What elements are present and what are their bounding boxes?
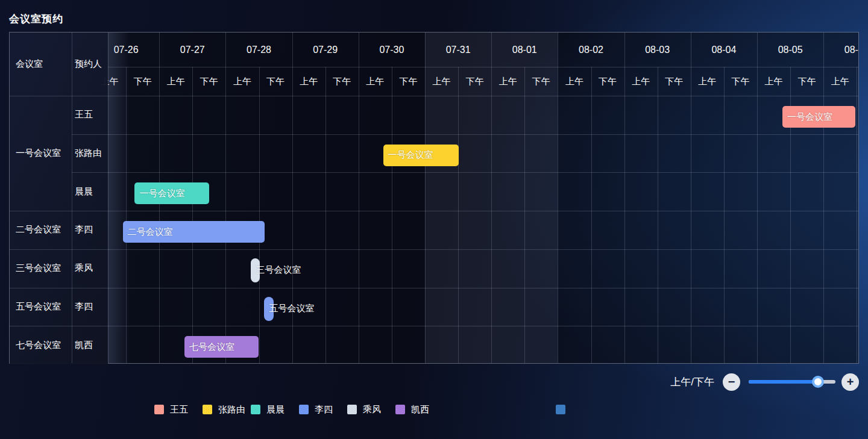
legend-item[interactable] [556, 400, 571, 419]
reservation-bar[interactable]: 五号会议室 [264, 297, 273, 321]
grid-line-halfday-boundary [259, 67, 260, 363]
reservation-bar-label: 一号会议室 [139, 182, 184, 204]
grid-line-halfday-boundary [591, 67, 592, 363]
halfday-header-cell: 上午 [624, 67, 658, 96]
zoom-slider-handle[interactable] [812, 376, 824, 388]
legend-item[interactable]: 凯西 [395, 400, 429, 419]
halfday-header-cell: 下午 [192, 67, 225, 96]
reserver-cell: 乘风 [75, 249, 108, 288]
zoom-in-button[interactable]: + [841, 373, 859, 391]
halfday-header-cell: 下午 [392, 67, 425, 96]
legend-swatch [251, 405, 260, 414]
halfday-header-cell: 上午 [159, 67, 192, 96]
halfday-header-cell: 上午 [757, 67, 790, 96]
grid-line-halfday-boundary [192, 67, 193, 363]
reservation-gantt-chart: 07-26上午下午07-27上午下午07-28上午下午07-29上午下午07-3… [9, 32, 859, 364]
halfday-header-cell: 下午 [326, 67, 359, 96]
legend-label: 张路由 [218, 404, 245, 416]
legend-swatch [347, 405, 357, 414]
legend: 王五张路由晨晨李四乘风凯西 [0, 400, 868, 419]
halfday-header-cell: 下午 [790, 67, 823, 96]
zoom-slider-track[interactable] [749, 380, 835, 384]
legend-swatch [299, 405, 309, 414]
legend-label: 乘风 [363, 404, 381, 416]
legend-item[interactable]: 乘风 [347, 400, 381, 419]
room-cell: 二号会议室 [16, 211, 72, 249]
date-header-cell: 08-01 [491, 33, 558, 67]
legend-label: 晨晨 [266, 404, 285, 416]
reservation-bar-label: 一号会议室 [787, 106, 832, 128]
date-header-cell: 08-05 [757, 33, 823, 67]
grid-line-halfday-boundary [658, 67, 658, 363]
reserver-cell: 李四 [75, 288, 108, 326]
reservation-bar-label: 三号会议室 [256, 258, 301, 282]
room-cell: 七号会议室 [16, 326, 72, 364]
reserver-cell: 张路由 [75, 134, 108, 173]
date-header-cell: 08-03 [624, 33, 691, 67]
date-header-cell: 07-30 [359, 33, 425, 67]
reserver-column-header: 预约人 [75, 33, 108, 96]
legend-label: 凯西 [411, 404, 429, 416]
date-header-cell: 08-02 [558, 33, 624, 67]
reserver-cell: 凯西 [75, 326, 108, 364]
frozen-column-scroll-shadow [108, 33, 130, 363]
grid-line-halfday-boundary [392, 67, 392, 363]
legend-swatch [556, 405, 565, 414]
reservation-bar-label: 一号会议室 [388, 145, 433, 166]
legend-label: 李四 [315, 404, 333, 416]
halfday-header-cell: 上午 [823, 67, 857, 96]
zoom-out-button[interactable]: − [723, 373, 740, 391]
room-column-header: 会议室 [16, 33, 72, 96]
meeting-room-reservation-app: 会议室预约 07-26上午下午07-27上午下午07-28上午下午07-29上午… [0, 0, 868, 439]
grid-line-halfday-boundary [326, 67, 326, 363]
reserver-cell: 李四 [75, 211, 108, 249]
reservation-bar[interactable]: 一号会议室 [134, 182, 209, 204]
reserver-cell: 王五 [75, 96, 108, 134]
halfday-header-cell: 下午 [259, 67, 292, 96]
grid-line-halfday-boundary [857, 67, 857, 363]
halfday-header-cell: 下午 [724, 67, 757, 96]
halfday-header-cell: 上午 [225, 67, 259, 96]
date-header-cell: 07-28 [225, 33, 292, 67]
halfday-header-cell: 上午 [691, 67, 724, 96]
reservation-bar[interactable]: 七号会议室 [184, 336, 259, 358]
date-header-cell: 08-04 [691, 33, 757, 67]
halfday-header-cell: 下午 [658, 67, 691, 96]
legend-label: 王五 [170, 404, 188, 416]
halfday-header-cell: 下午 [126, 67, 159, 96]
legend-swatch [203, 405, 212, 414]
grid-line-halfday-boundary [524, 67, 525, 363]
halfday-header-cell: 上午 [425, 67, 458, 96]
legend-swatch [154, 405, 164, 414]
halfday-header-cell: 上午 [558, 67, 591, 96]
room-cell: 五号会议室 [16, 288, 72, 326]
zoom-slider-fill [749, 380, 818, 384]
reservation-bar-label: 五号会议室 [269, 297, 314, 321]
reservation-bar[interactable]: 三号会议室 [251, 258, 259, 282]
reservation-bar[interactable]: 二号会议室 [123, 221, 265, 243]
gantt-timeline-scroll-area[interactable]: 07-26上午下午07-27上午下午07-28上午下午07-29上午下午07-3… [10, 33, 858, 363]
halfday-header-cell: 下午 [524, 67, 558, 96]
reservation-bar-label: 七号会议室 [189, 336, 234, 358]
legend-item[interactable]: 李四 [299, 400, 333, 419]
legend-swatch [395, 405, 405, 414]
halfday-header-cell: 上午 [491, 67, 524, 96]
legend-item[interactable]: 晨晨 [251, 400, 285, 419]
grid-line-halfday-boundary [724, 67, 725, 363]
date-header-cell: 07-27 [159, 33, 225, 67]
legend-item[interactable]: 张路由 [203, 400, 245, 419]
reservation-bar[interactable]: 一号会议室 [383, 145, 459, 166]
legend-item[interactable]: 王五 [154, 400, 188, 419]
halfday-header-cell: 下午 [458, 67, 491, 96]
reservation-bar-label: 二号会议室 [128, 221, 173, 243]
reserver-cell: 晨晨 [75, 172, 108, 211]
date-header-cell: 07-29 [292, 33, 359, 67]
date-header-cell: 07-31 [425, 33, 491, 67]
timeline-zoom-control: 上午/下午 − + [621, 372, 862, 392]
reservation-bar[interactable]: 一号会议室 [782, 106, 855, 128]
halfday-header-cell: 下午 [591, 67, 624, 96]
halfday-header-cell: 上午 [359, 67, 392, 96]
room-cell: 三号会议室 [16, 249, 72, 288]
date-header-cell: 08-06 [823, 33, 858, 67]
page-title: 会议室预约 [9, 12, 63, 26]
